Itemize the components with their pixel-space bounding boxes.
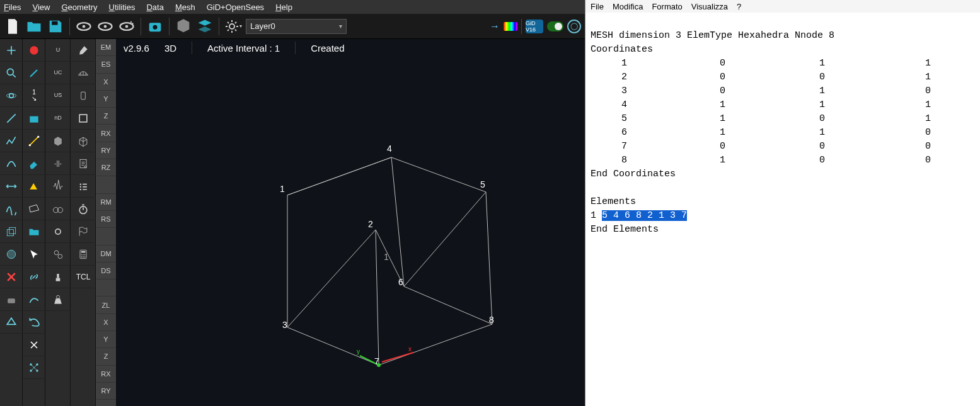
lab-y[interactable]: Y <box>96 91 116 108</box>
lab-x2[interactable]: X <box>96 314 116 331</box>
rings-icon[interactable] <box>45 198 71 220</box>
sound-icon[interactable] <box>45 175 71 198</box>
menu-data[interactable]: Data <box>146 3 163 12</box>
np-menu-modifica[interactable]: Modifica <box>613 2 643 11</box>
menu-view[interactable]: View <box>32 3 50 12</box>
open-folder-icon[interactable] <box>25 18 43 35</box>
bridge-icon[interactable] <box>71 62 96 84</box>
toggle-switch[interactable] <box>547 21 563 31</box>
menu-mesh[interactable]: Mesh <box>175 3 195 12</box>
mat-uc-icon[interactable]: UC <box>45 62 71 84</box>
flag-icon[interactable] <box>71 220 96 243</box>
lab-em[interactable]: EM <box>96 39 116 56</box>
tool-x-icon[interactable] <box>0 266 23 288</box>
damper-icon[interactable]: -||- <box>45 152 71 175</box>
layer-select[interactable]: Layer0 ▾ <box>246 19 347 34</box>
tool-orbit-icon[interactable] <box>0 84 23 107</box>
tool-wirecube-icon[interactable] <box>0 220 23 243</box>
lab-x[interactable]: X <box>96 74 116 91</box>
layers-icon[interactable] <box>196 18 214 35</box>
tool-polyline-icon[interactable] <box>0 130 23 152</box>
arrow-set-icon[interactable] <box>23 334 45 356</box>
run-gear-icon[interactable] <box>45 220 71 243</box>
lab-zl[interactable]: ZL <box>96 296 116 313</box>
notepad-text-area[interactable]: MESH dimension 3 ElemType Hexahedra Nnod… <box>585 13 980 406</box>
mat-u-icon[interactable]: U <box>45 39 71 62</box>
menu-geometry[interactable]: Geometry <box>61 3 97 12</box>
sel-tri-icon[interactable] <box>23 175 45 198</box>
device-icon[interactable] <box>71 84 96 107</box>
save-icon[interactable] <box>47 18 64 35</box>
np-menu-formato[interactable]: Formato <box>652 2 682 11</box>
tool-zoom-icon[interactable] <box>0 62 23 84</box>
sel-arrow-icon[interactable] <box>23 243 45 266</box>
menu-files[interactable]: Files <box>4 3 21 12</box>
undo-icon[interactable] <box>23 311 45 334</box>
lab-rs[interactable]: RS <box>96 211 116 228</box>
lab-rx2[interactable]: RX <box>96 366 116 383</box>
lab-es[interactable]: ES <box>96 56 116 73</box>
canvas-3d[interactable]: x y 1 2 3 4 5 6 7 8 1 <box>116 57 585 406</box>
sel-quad-icon[interactable] <box>23 198 45 220</box>
lab-dm[interactable]: DM <box>96 245 116 262</box>
tool-spline-icon[interactable] <box>0 198 23 220</box>
cube-icon[interactable] <box>175 18 192 35</box>
fill-icon[interactable] <box>23 107 45 130</box>
eye2-icon[interactable] <box>96 18 114 35</box>
calc-icon[interactable] <box>71 243 96 266</box>
num1-icon[interactable]: 1↘ <box>23 84 45 107</box>
eye-icon[interactable] <box>75 18 93 35</box>
arrow-right-icon[interactable]: → <box>490 21 500 32</box>
menu-utilities[interactable]: Utilities <box>109 3 135 12</box>
tcl-icon[interactable]: TCL <box>71 266 96 288</box>
pencil-icon[interactable] <box>23 62 45 84</box>
brush-icon[interactable] <box>71 39 96 62</box>
tool-sphere-icon[interactable] <box>0 243 23 266</box>
np-menu-visualizza[interactable]: Visualizza <box>691 2 728 11</box>
user-avatar-icon[interactable]: ◯ <box>567 20 581 33</box>
lab-ry2[interactable]: RY <box>96 383 116 400</box>
mat-us-icon[interactable]: US <box>45 84 71 107</box>
path-icon[interactable] <box>23 288 45 311</box>
viewport[interactable]: v2.9.6 3D Active Interval : 1 Created <box>116 39 585 406</box>
list-icon[interactable] <box>71 175 96 198</box>
lab-y2[interactable]: Y <box>96 331 116 348</box>
gid-badge[interactable]: GiD V16 <box>526 20 543 33</box>
link-icon[interactable] <box>23 266 45 288</box>
np-menu-file[interactable]: File <box>591 2 604 11</box>
tool-plane-icon[interactable] <box>0 311 23 334</box>
solid-cube-icon[interactable] <box>45 130 71 152</box>
lab-rz[interactable]: RZ <box>96 159 116 176</box>
net-icon[interactable] <box>23 356 45 379</box>
stopwatch-icon[interactable] <box>71 198 96 220</box>
np-menu-help[interactable]: ? <box>737 2 741 11</box>
mat-nd-icon[interactable]: nD <box>45 107 71 130</box>
sel-line-icon[interactable] <box>23 130 45 152</box>
record-icon[interactable] <box>23 39 45 62</box>
lab-z2[interactable]: Z <box>96 348 116 365</box>
gears-icon[interactable] <box>45 243 71 266</box>
camera-icon[interactable] <box>146 18 164 35</box>
tool-plus-icon[interactable] <box>0 39 23 62</box>
tool-grey-icon[interactable] <box>0 288 23 311</box>
lab-z[interactable]: Z <box>96 108 116 125</box>
lab-ds[interactable]: DS <box>96 262 116 279</box>
folder-icon[interactable] <box>23 220 45 243</box>
weight-icon[interactable] <box>45 288 71 311</box>
tool-line-icon[interactable] <box>0 107 23 130</box>
new-file-icon[interactable] <box>4 18 21 35</box>
tool-dist-icon[interactable] <box>0 175 23 198</box>
lab-ry[interactable]: RY <box>96 142 116 159</box>
gear-icon[interactable]: ▾ <box>224 18 242 35</box>
frame-icon[interactable] <box>71 107 96 130</box>
menu-help[interactable]: Help <box>275 3 292 12</box>
lab-rm[interactable]: RM <box>96 194 116 211</box>
box3d-icon[interactable] <box>71 130 96 152</box>
scale-icon[interactable] <box>45 266 71 288</box>
report-icon[interactable] <box>71 152 96 175</box>
lab-rx[interactable]: RX <box>96 125 116 142</box>
tool-arc-icon[interactable] <box>0 152 23 175</box>
rainbow-icon[interactable] <box>504 22 517 31</box>
eraser-icon[interactable] <box>23 152 45 175</box>
eye3-icon[interactable] <box>118 18 135 35</box>
